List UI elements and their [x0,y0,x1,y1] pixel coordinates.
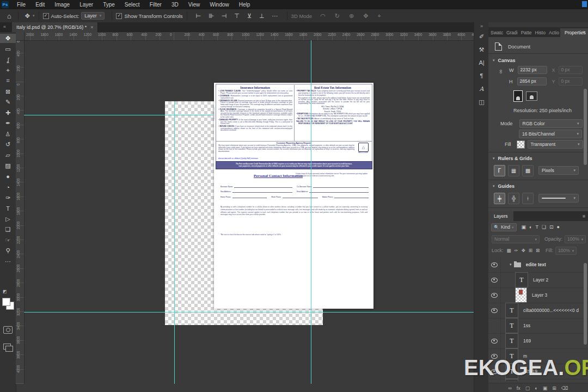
marquee-tool[interactable]: ▭ [0,45,16,54]
3d-pan-icon[interactable]: ⊕ [346,13,357,20]
tool-preset-chevron-icon[interactable]: ▾ [33,14,35,18]
layers-menu-icon[interactable]: ≡ [583,213,585,219]
layer-name[interactable]: edite text [526,262,546,267]
guide-horizontal-bottom[interactable] [24,312,474,313]
wh-link-icon[interactable]: ∞ [498,70,504,74]
crop-tool[interactable]: ⌗ [0,76,16,85]
layer-row[interactable]: Tcilta0000000...<<<<<<<0 d [488,303,588,318]
fill-swatch[interactable] [517,140,525,149]
filter-shape-layers-icon[interactable]: ❏ [542,224,546,230]
layers-scrollbar[interactable] [584,263,587,345]
3d-roll-icon[interactable]: ↻ [332,13,342,20]
text-layer-thumbnail[interactable]: T [505,318,518,333]
layer-name[interactable]: 169 [523,338,531,344]
layer-name[interactable]: cilta0000000...<<<<<<<0 d [523,308,579,313]
screen-mode-icon[interactable] [3,344,11,350]
brush-tool[interactable]: ✒ [0,119,16,128]
dodge-tool[interactable]: ◔ [0,182,16,192]
menu-filter[interactable]: Filter [145,0,167,9]
menu-help[interactable]: Help [234,0,255,9]
guides-new-icon[interactable]: ╬ [508,193,519,204]
libraries-panel-icon[interactable]: ◫ [474,95,489,108]
align-vertical-centers-icon[interactable]: ⊻ [244,13,254,20]
history-brush-tool[interactable]: ↺ [0,140,16,149]
vertical-ruler[interactable]: 6004002000200400600800100012001400160018… [16,40,24,384]
healing-brush-tool[interactable]: ✚ [0,108,16,118]
layer-row[interactable]: ▾edite text [488,257,588,273]
menu-type[interactable]: Type [98,0,120,9]
show-transform-checkbox[interactable]: ✓ [116,13,122,19]
properties-menu-icon[interactable]: ≡ [583,29,585,35]
panels-collapse-icon[interactable]: » [474,22,489,30]
layer-filter-dropdown[interactable]: 🔍 Kind ▾ [491,223,517,231]
menu-window[interactable]: Window [205,0,234,9]
eyedropper-tool[interactable]: ✎ [0,97,16,107]
layer-effects-icon[interactable]: fx [517,385,520,391]
clone-stamp-tool[interactable]: ♙ [0,130,16,139]
menu-file[interactable]: File [12,0,30,9]
layer-mask-icon[interactable]: ▢ [525,385,530,391]
frame-tool[interactable]: ⊠ [0,87,16,96]
x-input[interactable]: 0 px [559,66,583,74]
link-layers-icon[interactable]: ∞ [508,385,511,391]
paragraph-panel-icon[interactable]: ¶ [474,69,489,82]
layer-row[interactable]: T169 [488,333,588,349]
text-layer-thumbnail[interactable]: T [515,272,528,287]
guide-vertical-right[interactable] [311,40,311,384]
layer-thumbnail[interactable] [515,287,527,303]
menu-edit[interactable]: Edit [30,0,50,9]
lasso-tool[interactable]: ʆ [0,55,16,64]
layer-name[interactable]: Layer 3 [532,292,547,298]
visibility-toggle[interactable] [488,333,501,348]
3d-slide-icon[interactable]: ✥ [360,13,371,20]
orientation-portrait-button[interactable] [513,90,523,102]
type-tool[interactable]: T [0,204,16,213]
auto-select-target-dropdown[interactable]: Layer▾ [81,12,105,20]
menu-view[interactable]: View [183,0,205,9]
guides-lock-icon[interactable]: ╪ [494,193,505,204]
panel-tab-actio[interactable]: Actio [547,28,560,37]
menu-image[interactable]: Image [50,0,75,9]
visibility-toggle[interactable] [488,257,501,272]
visibility-toggle[interactable] [488,318,501,333]
object-selection-tool[interactable]: ⌖ [0,66,16,75]
align-left-edges-icon[interactable]: ⊢ [193,13,204,20]
guides-clear-icon[interactable]: ⟊ [522,193,534,204]
ruler-corner-icon[interactable]: Γ [494,165,505,176]
foreground-color-swatch[interactable] [2,298,10,306]
text-layer-thumbnail[interactable]: T [505,333,518,348]
layers-tab[interactable]: Layers [488,211,513,221]
pen-tool[interactable]: ✑ [0,193,16,203]
home-icon[interactable]: ⌂ [4,12,14,20]
orientation-landscape-button[interactable] [526,91,537,101]
lock-all-icon[interactable]: ⊠ [536,248,540,253]
guides-section-header[interactable]: Guides [498,183,515,189]
layer-fill-value[interactable]: 100%▾ [555,247,577,255]
lock-position-icon[interactable]: ✥ [522,248,525,253]
auto-select-checkbox[interactable]: ✓ [43,13,49,19]
canvas-area[interactable]: TSL0000000-1233 Insurance Information • … [16,32,474,384]
text-layer-thumbnail[interactable]: T [505,303,518,318]
mode-dropdown[interactable]: RGB Color▾ [519,119,583,128]
group-expand-icon[interactable]: ▾ [510,262,512,267]
filter-adjustment-layers-icon[interactable]: ◐ [529,224,532,230]
edit-toolbar-icon[interactable]: ⋯ [0,257,16,266]
new-layer-icon[interactable]: ⊞ [552,385,556,391]
eraser-tool[interactable]: ▱ [0,151,16,160]
panel-tab-swatc[interactable]: Swatc [488,28,504,37]
lock-artboard-icon[interactable]: ⊞ [529,248,532,253]
align-right-edges-icon[interactable]: ⊣ [219,13,230,20]
guide-vertical-left[interactable] [174,101,175,384]
3d-camera-icon[interactable]: ⌖ [375,13,383,20]
layer-row[interactable]: Layer 3 [488,287,588,303]
blur-tool[interactable]: ● [0,172,16,181]
layer-row[interactable]: TLayer 2 [488,272,588,288]
menu-3d[interactable]: 3D [167,0,183,9]
panel-tab-histo[interactable]: Histo [533,28,547,37]
3d-orbit-icon[interactable]: ◠ [317,13,328,20]
blend-mode-dropdown[interactable]: Normal▾ [492,235,540,243]
opacity-value[interactable]: 100%▾ [565,235,586,243]
adjustment-layer-icon[interactable]: ◐ [535,385,537,391]
move-tool[interactable]: ✥ [0,34,16,43]
grid-icon[interactable]: ▦ [508,165,519,176]
